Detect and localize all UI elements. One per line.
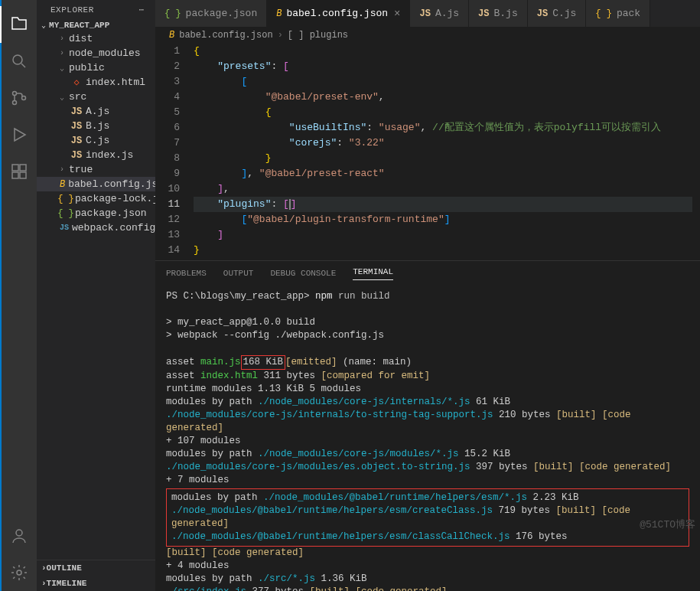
panel-tab-terminal[interactable]: TERMINAL xyxy=(353,267,393,280)
explorer-sidebar: EXPLORER ⋯ ⌄ MY_REACT_APP ›dist›node_mod… xyxy=(37,0,155,591)
more-icon[interactable]: ⋯ xyxy=(138,5,145,15)
close-icon[interactable]: × xyxy=(394,8,400,20)
tree-item-babel-config-json[interactable]: Bbabel.config.json xyxy=(37,177,155,191)
line-gutter: 1234567891011121314 xyxy=(155,44,194,260)
chevron-down-icon: ⌄ xyxy=(41,21,46,30)
tree-item-webpack-config-js[interactable]: JSwebpack.config.js xyxy=(37,220,155,235)
tree-item-C-js[interactable]: JSC.js xyxy=(37,133,155,148)
tree-item-package-lock-json[interactable]: { }package-lock.json xyxy=(37,191,155,206)
svg-rect-4 xyxy=(12,165,18,171)
tree-item-B-js[interactable]: JSB.js xyxy=(37,119,155,133)
account-icon[interactable] xyxy=(1,518,37,554)
tab-babel-config-json[interactable]: Bbabel.config.json× xyxy=(267,0,410,27)
chevron-right-icon: › xyxy=(278,30,283,41)
svg-point-3 xyxy=(22,96,26,100)
terminal-output[interactable]: PS C:\blogs\my_react_app> npm run build … xyxy=(155,286,700,591)
explorer-title: EXPLORER xyxy=(50,5,94,15)
extensions-icon[interactable] xyxy=(1,153,37,190)
tab-A-js[interactable]: JSA.js xyxy=(410,0,469,27)
tree-item-src[interactable]: ⌄src xyxy=(37,90,155,104)
project-name: MY_REACT_APP xyxy=(49,21,109,30)
code-content[interactable]: { "presets": [ [ "@babel/preset-env", { … xyxy=(194,44,700,260)
debug-icon[interactable] xyxy=(1,116,37,153)
svg-point-1 xyxy=(13,92,17,96)
panel-tab-debug-console[interactable]: DEBUG CONSOLE xyxy=(270,269,336,278)
tree-item-node_modules[interactable]: ›node_modules xyxy=(37,46,155,60)
chevron-right-icon: › xyxy=(41,579,47,588)
main-area: { }package.jsonBbabel.config.json×JSA.js… xyxy=(155,0,700,591)
chevron-right-icon: › xyxy=(41,563,47,573)
babel-icon: B xyxy=(169,30,174,41)
tab-B-js[interactable]: JSB.js xyxy=(469,0,528,27)
tab-pack[interactable]: { }pack xyxy=(586,0,650,27)
source-control-icon[interactable] xyxy=(1,80,37,116)
breadcrumb[interactable]: B babel.config.json › [ ] plugins xyxy=(155,27,700,44)
tree-item-index-js[interactable]: JSindex.js xyxy=(37,148,155,162)
tree-item-public[interactable]: ⌄public xyxy=(37,60,155,75)
tree-item-true[interactable]: ›true xyxy=(37,162,155,177)
svg-rect-7 xyxy=(20,172,26,178)
panel-tab-output[interactable]: OUTPUT xyxy=(223,269,254,278)
tree-item-A-js[interactable]: JSA.js xyxy=(37,104,155,119)
svg-point-2 xyxy=(13,101,17,105)
project-section[interactable]: ⌄ MY_REACT_APP xyxy=(37,19,155,31)
editor-tabs: { }package.jsonBbabel.config.json×JSA.js… xyxy=(155,0,700,27)
sidebar-header: EXPLORER ⋯ xyxy=(37,0,155,19)
svg-point-9 xyxy=(17,570,21,575)
activity-bar xyxy=(0,0,37,591)
tree-item-package-json[interactable]: { }package.json xyxy=(37,206,155,220)
outline-section[interactable]: ›OUTLINE xyxy=(37,560,155,576)
timeline-section[interactable]: ›TIMELINE xyxy=(37,576,155,591)
panel-tab-problems[interactable]: PROBLEMS xyxy=(166,269,207,278)
code-editor[interactable]: 1234567891011121314 { "presets": [ [ "@b… xyxy=(155,44,700,260)
search-icon[interactable] xyxy=(1,43,37,80)
tab-package-json[interactable]: { }package.json xyxy=(155,0,267,27)
file-tree: ›dist›node_modules⌄public◇index.html⌄src… xyxy=(37,31,155,560)
tree-item-dist[interactable]: ›dist xyxy=(37,31,155,46)
svg-point-8 xyxy=(16,530,22,536)
svg-rect-5 xyxy=(20,165,26,171)
panel-tabs: PROBLEMSOUTPUTDEBUG CONSOLETERMINAL xyxy=(155,261,700,286)
tab-C-js[interactable]: JSC.js xyxy=(528,0,587,27)
svg-point-0 xyxy=(13,55,22,64)
svg-rect-6 xyxy=(12,172,18,178)
tree-item-index-html[interactable]: ◇index.html xyxy=(37,75,155,90)
settings-icon[interactable] xyxy=(1,554,37,591)
watermark: @51CTO博客 xyxy=(640,518,695,531)
bottom-panel: PROBLEMSOUTPUTDEBUG CONSOLETERMINAL PS C… xyxy=(155,260,700,591)
explorer-icon[interactable] xyxy=(0,6,37,43)
